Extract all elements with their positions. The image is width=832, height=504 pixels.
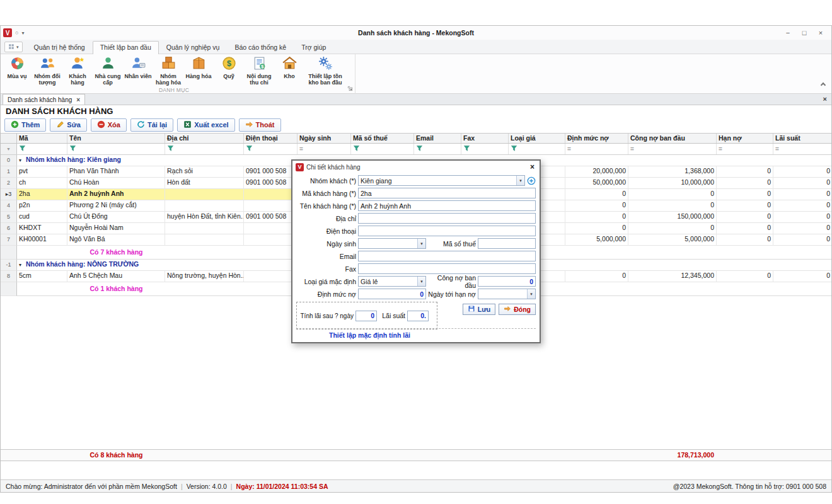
interest-rate-input[interactable]	[407, 311, 429, 321]
table-cell[interactable]: 0	[717, 223, 773, 234]
table-cell[interactable]: 0901 000 508	[244, 212, 298, 223]
column-header[interactable]: Định mức nợ	[565, 134, 628, 143]
table-cell[interactable]: 5,000,000	[565, 234, 628, 246]
filter-cell[interactable]	[67, 144, 165, 154]
table-cell[interactable]: Nông trường, huyện Hòn...	[165, 271, 244, 282]
ribbon-item[interactable]: Nhóm hàng hóa	[153, 55, 183, 86]
filter-cell[interactable]	[461, 144, 509, 154]
column-header[interactable]: Mã	[17, 134, 67, 143]
ribbon-tab[interactable]: Quản trị hệ thống	[26, 41, 93, 54]
document-tab[interactable]: Danh sách khách hàng ×	[3, 94, 85, 105]
table-cell[interactable]: Phan Văn Thành	[67, 166, 165, 178]
filter-cell[interactable]: =	[628, 144, 717, 154]
table-cell[interactable]	[165, 200, 244, 212]
table-cell[interactable]: 0	[773, 271, 831, 282]
tab-close-icon[interactable]: ×	[76, 96, 80, 103]
table-cell[interactable]: 0	[565, 189, 628, 200]
table-cell[interactable]	[244, 234, 298, 246]
table-cell[interactable]: Nguyễn Hoài Nam	[67, 223, 165, 234]
filter-cell[interactable]	[509, 144, 565, 154]
ribbon-item[interactable]: Mùa vụ	[2, 55, 32, 79]
table-cell[interactable]: 5,000,000	[628, 234, 717, 246]
table-cell[interactable]: 0	[717, 166, 773, 178]
ribbon-item[interactable]: $Nội dung thu chi	[244, 55, 274, 86]
column-header[interactable]: Ngày sinh	[298, 134, 351, 143]
table-cell[interactable]: KH00001	[17, 234, 67, 246]
debt-limit-input[interactable]	[358, 289, 426, 299]
filter-cell[interactable]: =	[717, 144, 773, 154]
table-cell[interactable]: 0	[628, 223, 717, 234]
table-cell[interactable]	[165, 189, 244, 200]
table-cell[interactable]: cud	[17, 212, 67, 223]
table-cell[interactable]: 0	[717, 234, 773, 246]
table-cell[interactable]: 10,000,000	[628, 178, 717, 189]
filter-cell[interactable]: =	[773, 144, 831, 154]
dialog-close-icon[interactable]: ×	[528, 163, 536, 171]
table-cell[interactable]: Anh 2 huỳnh Anh	[67, 189, 165, 200]
table-cell[interactable]: 0	[565, 271, 628, 282]
ribbon-item[interactable]: Nhóm đối tượng	[32, 55, 62, 86]
customer-code-input[interactable]	[358, 188, 536, 198]
ribbon-tab[interactable]: Trợ giúp	[294, 41, 333, 54]
fax-input[interactable]	[358, 263, 536, 274]
filter-cell[interactable]: =	[298, 144, 351, 154]
table-cell[interactable]	[165, 223, 244, 234]
table-cell[interactable]: Ngô Văn Bá	[67, 234, 165, 246]
close-button[interactable]: ×	[812, 27, 829, 38]
email-input[interactable]	[358, 251, 536, 261]
table-cell[interactable]	[244, 189, 298, 200]
table-cell[interactable]: 0	[717, 189, 773, 200]
column-header[interactable]: Fax	[461, 134, 509, 143]
filter-cell[interactable]	[244, 144, 298, 154]
column-header[interactable]: Điện thoại	[244, 134, 298, 143]
birthday-combo[interactable]: ▼	[358, 238, 426, 249]
ribbon-item[interactable]: Khách hàng	[62, 55, 93, 86]
table-cell[interactable]: 0	[773, 223, 831, 234]
table-cell[interactable]: Anh 5 Chệch Mau	[67, 271, 165, 282]
table-cell[interactable]: 50,000,000	[565, 178, 628, 189]
ribbon-item[interactable]: Thiết lập tồn kho ban đầu	[304, 55, 346, 86]
column-header[interactable]: Tên	[67, 134, 165, 143]
table-cell[interactable]: 0	[717, 271, 773, 282]
table-cell[interactable]: pvt	[17, 166, 67, 178]
ribbon-item[interactable]: Kho	[274, 55, 304, 79]
table-cell[interactable]: 150,000,000	[628, 212, 717, 223]
table-cell[interactable]: 12,345,000	[628, 271, 717, 282]
ribbon-item[interactable]: $Quỹ	[214, 55, 244, 79]
table-cell[interactable]	[244, 200, 298, 212]
table-cell[interactable]: 0	[773, 178, 831, 189]
table-cell[interactable]: 0	[773, 200, 831, 212]
filter-cell[interactable]	[414, 144, 461, 154]
table-cell[interactable]: Chú Hoàn	[67, 178, 165, 189]
column-header[interactable]: Lãi suất	[773, 134, 831, 143]
table-cell[interactable]	[244, 223, 298, 234]
interest-settings-link[interactable]: Thiết lập mặc định tính lãi	[329, 331, 410, 339]
ribbon-tab[interactable]: Thiết lập ban đầu	[93, 41, 159, 54]
phone-input[interactable]	[358, 226, 536, 236]
table-cell[interactable]: 0	[565, 223, 628, 234]
minimize-button[interactable]: −	[780, 27, 796, 38]
thoat-button[interactable]: Thoát	[239, 118, 281, 132]
tax-input[interactable]	[478, 238, 536, 249]
column-header[interactable]: Mã số thuế	[351, 134, 414, 143]
xuat-excel-button[interactable]: Xuất excel	[177, 118, 234, 132]
table-cell[interactable]	[244, 271, 298, 282]
group-launcher-icon[interactable]	[347, 85, 353, 93]
customer-name-input[interactable]	[358, 200, 536, 211]
quick-access-caret-icon[interactable]: ▾	[21, 30, 24, 36]
ribbon-item[interactable]: Nhà cung cấp	[93, 55, 123, 86]
ribbon-collapse-icon[interactable]	[821, 81, 825, 88]
table-cell[interactable]: 0	[773, 189, 831, 200]
table-cell[interactable]: 0	[565, 200, 628, 212]
table-cell[interactable]: 0	[717, 212, 773, 223]
add-group-icon[interactable]	[527, 176, 536, 185]
filter-cell[interactable]: =	[565, 144, 628, 154]
filter-cell[interactable]	[17, 144, 67, 154]
ribbon-item[interactable]: Hàng hóa	[183, 55, 214, 79]
table-cell[interactable]: huyện Hòn Đất, tỉnh Kiên...	[165, 212, 244, 223]
table-cell[interactable]	[165, 234, 244, 246]
table-cell[interactable]: 0	[773, 234, 831, 246]
address-input[interactable]	[358, 213, 536, 224]
initial-debt-input[interactable]	[478, 276, 536, 287]
table-cell[interactable]: 0	[773, 212, 831, 223]
